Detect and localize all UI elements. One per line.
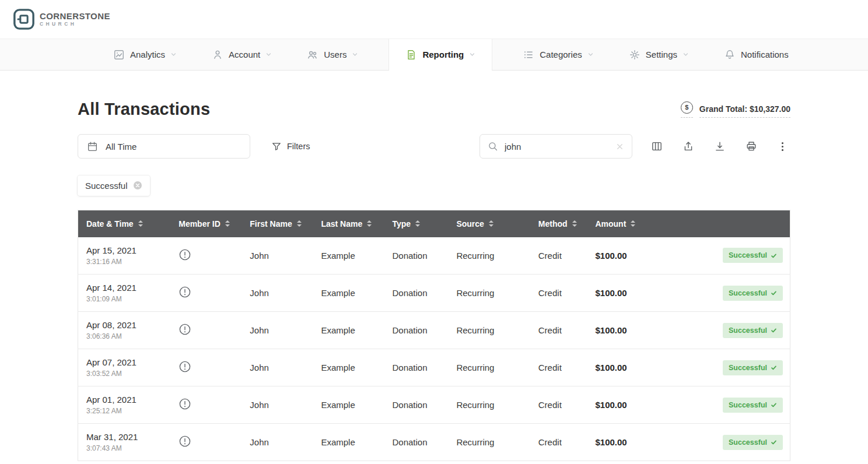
chevron-down-icon [587, 51, 594, 58]
nav-item-label: Users [324, 50, 346, 59]
column-header-first-name[interactable]: First Name [242, 210, 313, 237]
member-id-alert-button[interactable] [178, 248, 191, 261]
chevron-down-icon [682, 51, 689, 58]
brand-subtitle: CHURCH [40, 22, 110, 27]
column-header-member-id[interactable]: Member ID [170, 210, 242, 237]
transactions-table: Date & Time Member ID First Name Last Na… [78, 210, 790, 461]
export-button[interactable] [680, 138, 696, 154]
table-row[interactable]: Apr 01, 20213:25:12 AM John Example Dona… [78, 386, 790, 424]
table-row[interactable]: Mar 31, 20213:07:43 AM John Example Dona… [78, 424, 790, 461]
filters-button[interactable]: Filters [268, 140, 313, 152]
status-badge: Successful [723, 286, 783, 301]
transaction-date: Apr 01, 2021 [86, 395, 170, 405]
columns-button[interactable] [649, 138, 665, 154]
column-header-source[interactable]: Source [448, 210, 530, 237]
page-title: All Transactions [78, 100, 210, 119]
transaction-time: 3:03:52 AM [86, 370, 170, 378]
chevron-down-icon [469, 51, 475, 58]
nav-item-notifications[interactable]: Notifications [719, 39, 793, 70]
filter-chip-successful[interactable]: Successful [78, 175, 150, 196]
export-icon [682, 140, 694, 152]
print-button[interactable] [743, 138, 760, 154]
source-cell: Recurring [448, 349, 530, 386]
chevron-down-icon [265, 51, 272, 58]
download-button[interactable] [712, 138, 728, 154]
sort-icon[interactable] [572, 220, 577, 227]
source-cell: Recurring [448, 386, 530, 424]
remove-chip-icon[interactable] [133, 181, 142, 190]
sort-icon[interactable] [415, 220, 420, 227]
analytics-icon [113, 49, 125, 61]
amount-cell: $100.00 [587, 424, 668, 461]
title-row: All Transactions $ Grand Total: $10,327.… [78, 100, 790, 119]
nav-item-reporting[interactable]: Reporting [388, 39, 492, 70]
type-cell: Donation [384, 386, 449, 424]
alert-circle-icon [178, 360, 191, 373]
member-id-alert-button[interactable] [178, 398, 191, 410]
first-name-cell: John [242, 237, 313, 275]
column-header-status [669, 210, 790, 237]
filters-label: Filters [287, 142, 310, 151]
brand-text: CORNERSTONE CHURCH [40, 12, 110, 27]
sort-icon[interactable] [138, 220, 143, 227]
clear-search-button[interactable] [615, 142, 624, 151]
nav-item-analytics[interactable]: Analytics [108, 39, 181, 70]
status-badge: Successful [723, 435, 783, 450]
table-row[interactable]: Apr 15, 20213:31:16 AM John Example Dona… [78, 237, 790, 275]
member-id-alert-button[interactable] [178, 435, 191, 448]
check-icon [771, 252, 777, 259]
sort-icon[interactable] [297, 220, 302, 227]
dollar-glyph: $ [685, 104, 688, 111]
source-cell: Recurring [448, 424, 530, 461]
method-cell: Credit [530, 424, 587, 461]
more-options-icon [777, 141, 788, 152]
transaction-date: Apr 14, 2021 [86, 283, 170, 293]
column-header-type[interactable]: Type [384, 210, 449, 237]
last-name-cell: Example [313, 349, 384, 386]
nav-item-account[interactable]: Account [207, 39, 276, 70]
column-header-last-name[interactable]: Last Name [313, 210, 384, 237]
nav-item-categories[interactable]: Categories [518, 39, 598, 70]
search-box[interactable] [480, 134, 632, 159]
filter-chip-label: Successful [85, 181, 128, 191]
table-row[interactable]: Apr 08, 20213:06:36 AM John Example Dona… [78, 312, 790, 349]
transaction-date: Apr 08, 2021 [86, 320, 170, 330]
sort-icon[interactable] [225, 220, 230, 227]
method-cell: Credit [530, 275, 587, 312]
status-badge: Successful [723, 323, 783, 338]
member-id-alert-button[interactable] [178, 286, 191, 298]
type-cell: Donation [384, 237, 449, 275]
last-name-cell: Example [313, 312, 384, 349]
type-cell: Donation [384, 312, 449, 349]
nav-item-users[interactable]: Users [302, 39, 363, 70]
member-id-alert-button[interactable] [178, 360, 191, 373]
alert-circle-icon [178, 323, 191, 336]
date-range-value: All Time [106, 142, 136, 152]
source-cell: Recurring [448, 237, 530, 275]
sort-icon[interactable] [367, 220, 372, 227]
column-header-date-time[interactable]: Date & Time [78, 210, 171, 237]
transaction-time: 3:01:09 AM [86, 295, 170, 303]
transaction-date: Mar 31, 2021 [86, 432, 170, 442]
table-row[interactable]: Apr 14, 20213:01:09 AM John Example Dona… [78, 275, 790, 312]
sort-icon[interactable] [631, 220, 635, 227]
brand-logo[interactable]: CORNERSTONE CHURCH [13, 8, 110, 30]
search-input[interactable] [503, 141, 610, 152]
date-range-select[interactable]: All Time [78, 134, 250, 159]
nav-item-label: Account [229, 50, 260, 59]
column-header-method[interactable]: Method [530, 210, 587, 237]
column-header-amount[interactable]: Amount [587, 210, 668, 237]
sort-icon[interactable] [489, 220, 494, 227]
check-icon [771, 290, 777, 296]
method-cell: Credit [530, 237, 587, 275]
more-options-button[interactable] [775, 139, 790, 154]
nav-item-label: Settings [646, 50, 677, 59]
chevron-down-icon [352, 51, 358, 58]
dollar-circle-icon: $ [681, 101, 693, 114]
main-content: All Transactions $ Grand Total: $10,327.… [0, 100, 868, 461]
first-name-cell: John [242, 275, 313, 312]
table-row[interactable]: Apr 07, 20213:03:52 AM John Example Dona… [78, 349, 790, 386]
nav-item-settings[interactable]: Settings [624, 39, 694, 70]
member-id-alert-button[interactable] [178, 323, 191, 336]
main-nav: Analytics Account Users Reporting Catego… [0, 38, 868, 71]
